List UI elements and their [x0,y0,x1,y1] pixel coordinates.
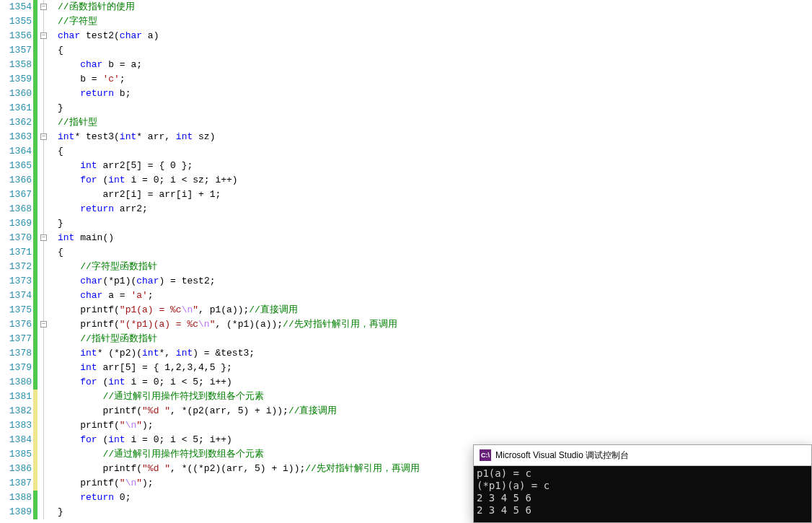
margin-cell [36,361,56,375]
line-number: 1379 [0,361,32,375]
code-line[interactable]: printf("\n"); [58,418,812,433]
outline-line [43,390,44,404]
margin-cell [36,87,56,101]
console-output: p1(a) = c (*p1)(a) = c 2 3 4 5 6 2 3 4 5… [474,466,811,518]
outline-line [43,476,44,491]
margin-cell [36,101,56,115]
code-line[interactable]: char test2(char a) [58,29,812,43]
outline-line [43,274,44,289]
change-bar [33,361,37,375]
code-line[interactable]: { [58,144,812,159]
change-bar [33,332,37,346]
line-number: 1387 [0,476,32,491]
change-bar [33,29,37,43]
margin-cell [36,332,56,346]
code-line[interactable]: //指针型函数指针 [58,332,812,346]
change-bar [33,188,37,202]
outline-line [43,43,44,58]
change-bar [33,274,37,289]
code-line[interactable]: arr2[i] = arr[i] + 1; [58,188,812,202]
code-line[interactable]: for (int i = 0; i < sz; i++) [58,173,812,188]
margin-cell [36,115,56,130]
code-line[interactable]: int main() [58,231,812,245]
line-number: 1384 [0,433,32,447]
line-number: 1377 [0,332,32,346]
fold-margin: −−−−− [36,0,56,523]
margin-cell [36,346,56,361]
fold-toggle[interactable]: − [40,321,47,328]
code-line[interactable]: printf("%d ", *(p2(arr, 5) + i));//直接调用 [58,404,812,418]
change-bar [33,289,37,303]
code-line[interactable]: return b; [58,87,812,101]
code-line[interactable]: { [58,245,812,260]
code-line[interactable]: int* test3(int* arr, int sz) [58,130,812,144]
code-line[interactable]: int arr2[5] = { 0 }; [58,159,812,173]
outline-line [43,72,44,87]
code-line[interactable]: char(*p1)(char) = test2; [58,274,812,289]
outline-line [43,404,44,418]
margin-cell [36,505,56,519]
line-number: 1362 [0,115,32,130]
margin-cell [36,390,56,404]
change-bar [33,202,37,216]
margin-cell [36,159,56,173]
code-line[interactable]: //通过解引用操作符找到数组各个元素 [58,390,812,404]
code-line[interactable]: char a = 'a'; [58,289,812,303]
code-line[interactable]: printf("(*p1)(a) = %c\n", (*p1)(a));//先对… [58,317,812,332]
line-number: 1360 [0,87,32,101]
outline-line [43,188,44,202]
fold-toggle[interactable]: − [40,4,47,10]
change-bar [33,303,37,317]
code-line[interactable]: int arr[5] = { 1,2,3,4,5 }; [58,361,812,375]
line-number: 1374 [0,289,32,303]
code-line[interactable]: //指针型 [58,115,812,130]
code-line[interactable]: //字符型函数指针 [58,260,812,274]
fold-toggle[interactable]: − [40,234,47,241]
outline-line [43,447,44,462]
margin-cell: − [36,0,56,14]
line-number: 1381 [0,390,32,404]
margin-cell [36,447,56,462]
console-titlebar[interactable]: C:\ Microsoft Visual Studio 调试控制台 [474,445,811,466]
change-bar [33,130,37,144]
change-bar [33,231,37,245]
margin-cell [36,72,56,87]
change-bar [33,447,37,462]
line-number: 1355 [0,14,32,29]
outline-line [43,289,44,303]
code-line[interactable]: { [58,43,812,58]
line-number: 1376 [0,317,32,332]
change-bar [33,404,37,418]
line-number-gutter: 1354135513561357135813591360136113621363… [0,0,36,523]
code-line[interactable]: char b = a; [58,58,812,72]
line-number: 1365 [0,159,32,173]
fold-toggle[interactable]: − [40,32,47,39]
margin-cell [36,202,56,216]
line-number: 1359 [0,72,32,87]
code-line[interactable]: b = 'c'; [58,72,812,87]
margin-cell [36,375,56,390]
margin-cell [36,303,56,317]
code-line[interactable]: //函数指针的使用 [58,0,812,14]
code-line[interactable]: int* (*p2)(int*, int) = &test3; [58,346,812,361]
console-title-text: Microsoft Visual Studio 调试控制台 [495,449,629,462]
change-bar [33,462,37,476]
debug-console-window[interactable]: C:\ Microsoft Visual Studio 调试控制台 p1(a) … [473,444,812,523]
code-line[interactable]: } [58,216,812,231]
change-bar [33,0,37,14]
margin-cell [36,14,56,29]
outline-line [43,491,44,505]
fold-toggle[interactable]: − [40,133,47,140]
line-number: 1354 [0,0,32,14]
outline-line [43,173,44,188]
code-line[interactable]: for (int i = 0; i < 5; i++) [58,375,812,390]
code-line[interactable]: printf("p1(a) = %c\n", p1(a));//直接调用 [58,303,812,317]
margin-cell: − [36,130,56,144]
code-line[interactable]: return arr2; [58,202,812,216]
line-number: 1382 [0,404,32,418]
code-line[interactable]: //字符型 [58,14,812,29]
margin-cell [36,289,56,303]
margin-cell [36,404,56,418]
code-line[interactable]: } [58,101,812,115]
line-number: 1370 [0,231,32,245]
